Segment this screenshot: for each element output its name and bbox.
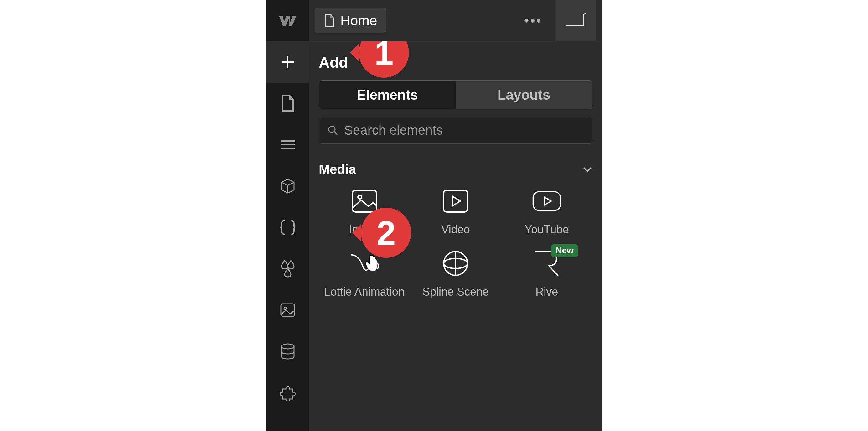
svg-point-2 <box>281 344 294 349</box>
page-icon <box>324 14 335 27</box>
element-label: Rive <box>535 285 558 299</box>
desktop-icon: * <box>565 13 587 28</box>
styles-button[interactable] <box>266 248 309 289</box>
assets-button[interactable] <box>266 289 309 331</box>
left-rail <box>266 0 309 431</box>
section-title: Media <box>319 162 356 177</box>
webflow-logo-icon <box>278 14 297 27</box>
chevron-down-icon <box>582 166 592 173</box>
svg-rect-5 <box>352 190 377 212</box>
more-menu-button[interactable]: ••• <box>518 13 549 29</box>
variables-button[interactable] <box>266 207 309 248</box>
element-label: Lottie Animation <box>324 285 405 299</box>
new-badge: New <box>551 244 578 257</box>
search-input[interactable] <box>344 123 583 138</box>
svg-rect-7 <box>443 190 468 212</box>
page-selector[interactable]: Home <box>315 8 386 33</box>
add-tabs: Elements Layouts <box>319 81 592 109</box>
plus-icon <box>280 54 296 70</box>
spline-element-icon <box>441 249 470 278</box>
video-element-icon <box>441 186 470 216</box>
page-icon <box>281 95 295 112</box>
droplets-icon <box>280 260 295 278</box>
apps-button[interactable] <box>266 372 309 413</box>
navigator-icon <box>280 138 296 151</box>
element-label: Spline Scene <box>423 285 489 299</box>
section-header-media[interactable]: Media <box>319 162 592 177</box>
navigator-button[interactable] <box>266 124 309 165</box>
page-name: Home <box>340 13 377 29</box>
tab-layouts[interactable]: Layouts <box>456 81 592 109</box>
webflow-logo[interactable] <box>266 0 309 41</box>
add-elements-button[interactable] <box>266 41 309 83</box>
top-bar: Home ••• * <box>309 0 602 41</box>
search-icon <box>328 125 338 135</box>
svg-text:*: * <box>583 13 587 20</box>
components-button[interactable] <box>266 165 309 207</box>
svg-point-1 <box>284 307 286 309</box>
cube-icon <box>280 178 296 194</box>
svg-rect-0 <box>281 304 294 316</box>
puzzle-icon <box>280 384 296 401</box>
editor-frame: Home ••• * Add 1 Elements Layouts Media <box>266 0 602 431</box>
element-video[interactable]: Video <box>410 186 501 236</box>
element-spline[interactable]: Spline Scene <box>410 249 501 299</box>
variables-icon <box>280 219 295 236</box>
add-panel: Add 1 Elements Layouts Media 2 Image <box>309 41 602 431</box>
element-rive[interactable]: New Rive <box>501 249 592 299</box>
cms-button[interactable] <box>266 331 309 372</box>
pages-button[interactable] <box>266 83 309 124</box>
search-container <box>319 117 592 144</box>
svg-point-6 <box>358 195 362 199</box>
media-elements-grid: 2 Image Video YouTube <box>319 186 592 299</box>
breakpoint-button[interactable]: * <box>555 0 596 41</box>
element-label: YouTube <box>525 223 569 236</box>
svg-rect-8 <box>533 192 560 211</box>
svg-point-4 <box>329 126 335 132</box>
cursor-pointer-icon <box>365 255 378 273</box>
element-label: Video <box>441 223 470 236</box>
image-icon <box>280 303 296 318</box>
tab-elements[interactable]: Elements <box>319 81 456 109</box>
database-icon <box>280 343 295 360</box>
element-youtube[interactable]: YouTube <box>501 186 592 236</box>
youtube-element-icon <box>532 186 561 216</box>
tutorial-callout-1: 1 <box>359 41 409 78</box>
tutorial-callout-2: 2 <box>361 208 411 258</box>
